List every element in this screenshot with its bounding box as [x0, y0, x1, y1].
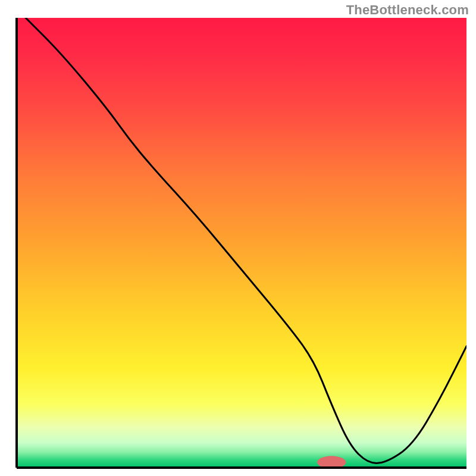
- gradient-background: [17, 18, 466, 468]
- bottleneck-chart: TheBottleneck.com: [0, 0, 476, 476]
- chart-svg: [0, 0, 476, 476]
- watermark-text: TheBottleneck.com: [346, 2, 469, 18]
